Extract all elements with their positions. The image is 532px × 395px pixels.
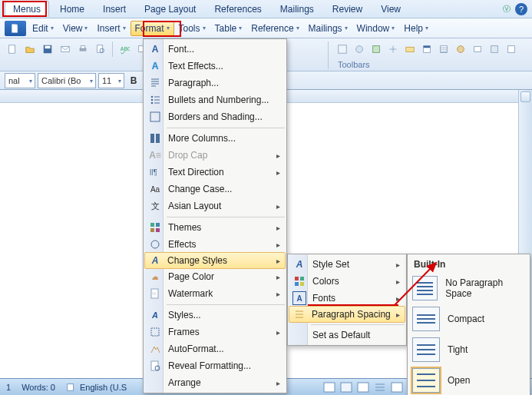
- minimize-ribbon-icon[interactable]: ⓥ: [503, 4, 511, 15]
- menu-help[interactable]: Help▾: [399, 21, 433, 36]
- menu-reference[interactable]: Reference▾: [246, 21, 303, 36]
- mi-dropcap-label: Drop Cap: [168, 150, 207, 161]
- tab-mailings[interactable]: Mailings: [273, 2, 322, 17]
- tool-b-icon[interactable]: [352, 41, 367, 57]
- tool-k-icon[interactable]: [504, 41, 519, 57]
- svg-rect-27: [508, 46, 515, 53]
- smi-paragraph-spacing[interactable]: Paragraph Spacing ▸: [289, 306, 405, 323]
- font-combo[interactable]: Calibri (Bo: [38, 73, 96, 88]
- tool-e-icon[interactable]: [402, 41, 418, 57]
- tool-c-icon[interactable]: [368, 41, 384, 57]
- svg-text:ABC: ABC: [121, 46, 130, 51]
- mi-borders[interactable]: Borders and Shading...: [145, 108, 285, 125]
- smi-set-default-label: Set as Default: [312, 330, 370, 340]
- svg-rect-47: [151, 328, 159, 336]
- bold-button[interactable]: B: [127, 75, 140, 86]
- mi-asian-layout-label: Asian Layout: [168, 201, 221, 211]
- new-icon[interactable]: [5, 41, 20, 57]
- menu-edit-label: Edit: [32, 23, 48, 34]
- tool-a-icon[interactable]: [335, 41, 350, 57]
- svg-text:ll¶: ll¶: [150, 168, 157, 177]
- columns-icon: [148, 131, 162, 145]
- bi-no-spacing[interactable]: No Paragraph Space: [408, 273, 530, 304]
- status-language[interactable]: English (U.S: [66, 382, 127, 393]
- mi-text-direction[interactable]: ll¶ Text Direction ▸: [145, 164, 285, 181]
- print-icon[interactable]: [75, 41, 91, 57]
- set-default-icon: [292, 328, 306, 342]
- mi-effects[interactable]: Effects ▸: [145, 236, 285, 253]
- tab-references[interactable]: References: [207, 2, 269, 17]
- menu-edit[interactable]: Edit▾: [28, 21, 58, 36]
- view-web-icon[interactable]: [357, 382, 369, 393]
- tool-i-icon[interactable]: [470, 41, 485, 57]
- smi-colors[interactable]: Colors ▸: [289, 273, 405, 290]
- view-print-layout-icon[interactable]: [323, 382, 335, 393]
- mi-bullets[interactable]: Bullets and Numbering...: [145, 91, 285, 108]
- svg-rect-36: [150, 112, 160, 121]
- menu-format[interactable]: Format▾: [131, 21, 174, 36]
- smi-fonts-label: Fonts: [312, 293, 335, 304]
- tab-home[interactable]: Home: [52, 2, 92, 17]
- status-words[interactable]: Words: 0: [21, 383, 55, 392]
- bi-tight[interactable]: Tight: [408, 334, 530, 365]
- svg-point-18: [356, 46, 363, 53]
- tool-j-icon[interactable]: [487, 41, 502, 57]
- menu-mailings[interactable]: Mailings▾: [304, 21, 352, 36]
- tab-review[interactable]: Review: [325, 2, 370, 17]
- menu-table[interactable]: Table▾: [210, 21, 247, 36]
- tab-menus[interactable]: Menus: [5, 1, 49, 17]
- mi-font[interactable]: A Font...: [145, 41, 285, 58]
- tool-d-icon[interactable]: [385, 41, 401, 57]
- mi-text-direction-label: Text Direction: [168, 167, 224, 178]
- spelling-icon[interactable]: ABC: [117, 41, 132, 57]
- mi-font-label: Font...: [168, 44, 194, 55]
- mi-change-case[interactable]: Aa Change Case...: [145, 181, 285, 198]
- change-case-icon: Aa: [148, 182, 162, 196]
- bi-compact[interactable]: Compact: [408, 304, 530, 334]
- style-combo[interactable]: nal: [5, 73, 35, 88]
- tab-view[interactable]: View: [373, 2, 408, 17]
- help-icon[interactable]: ?: [515, 3, 527, 15]
- smi-style-set[interactable]: A Style Set ▸: [289, 256, 405, 273]
- svg-rect-25: [474, 47, 481, 52]
- bi-open[interactable]: Open: [408, 365, 530, 395]
- menu-window[interactable]: Window▾: [352, 21, 400, 36]
- tab-page-layout[interactable]: Page Layout: [137, 2, 203, 17]
- file-button[interactable]: [5, 21, 26, 36]
- smi-fonts[interactable]: A Fonts ▸: [289, 290, 405, 307]
- tab-insert[interactable]: Insert: [95, 2, 134, 17]
- mi-arrange[interactable]: Arrange ▸: [145, 374, 285, 391]
- mi-text-effects[interactable]: A Text Effects...: [145, 58, 285, 75]
- mi-change-styles[interactable]: A Change Styles ▸: [144, 252, 286, 269]
- tool-f-icon[interactable]: [419, 41, 435, 57]
- mi-themes[interactable]: Themes ▸: [145, 219, 285, 236]
- mi-watermark[interactable]: W Watermark ▸: [145, 285, 285, 302]
- svg-rect-50: [295, 277, 299, 280]
- mail-icon[interactable]: [58, 41, 73, 57]
- mi-autoformat[interactable]: AutoFormat...: [145, 340, 285, 357]
- menu-view[interactable]: View▾: [58, 21, 93, 36]
- mi-columns[interactable]: More Columns...: [145, 130, 285, 147]
- smi-set-default[interactable]: Set as Default: [289, 327, 405, 344]
- mi-paragraph[interactable]: Paragraph...: [145, 75, 285, 91]
- open-icon[interactable]: [22, 41, 38, 57]
- mi-asian-layout[interactable]: 文 Asian Layout ▸: [145, 198, 285, 214]
- mi-watermark-label: Watermark: [168, 288, 213, 299]
- mi-styles[interactable]: A Styles...: [145, 307, 285, 324]
- menu-insert[interactable]: Insert▾: [92, 21, 130, 36]
- mi-frames[interactable]: Frames ▸: [145, 324, 285, 340]
- tool-h-icon[interactable]: [453, 41, 468, 57]
- view-outline-icon[interactable]: [374, 382, 386, 393]
- preview-icon[interactable]: [93, 41, 108, 57]
- size-combo[interactable]: 11: [98, 73, 124, 88]
- status-page[interactable]: 1: [6, 383, 11, 392]
- tool-g-icon[interactable]: [436, 41, 451, 57]
- save-icon[interactable]: [40, 41, 55, 57]
- mi-reveal[interactable]: Reveal Formatting...: [145, 357, 285, 374]
- mi-arrange-label: Arrange: [168, 377, 201, 388]
- svg-point-34: [151, 99, 154, 101]
- view-draft-icon[interactable]: [391, 382, 403, 393]
- view-reading-icon[interactable]: [340, 382, 352, 393]
- menu-tools[interactable]: Tools▾: [174, 21, 210, 36]
- mi-page-color[interactable]: Page Color ▸: [145, 268, 285, 285]
